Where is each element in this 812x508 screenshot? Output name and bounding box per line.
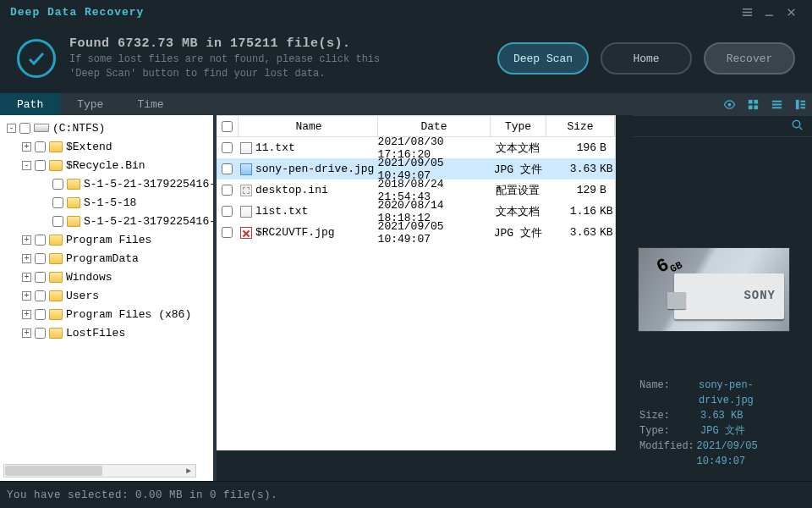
file-checkbox[interactable] bbox=[222, 227, 233, 238]
tree-horizontal-scrollbar[interactable]: ◄ ► bbox=[3, 464, 196, 478]
file-row[interactable]: desktop.ini2018/08/24 21:54:43配置设置129B bbox=[217, 179, 615, 201]
tree-row[interactable]: -$Recycle.Bin bbox=[3, 156, 213, 174]
file-date: 2021/08/30 17:16:20 bbox=[378, 137, 491, 158]
expand-icon[interactable]: + bbox=[22, 254, 31, 263]
tree-checkbox[interactable] bbox=[35, 160, 46, 171]
folder-icon bbox=[49, 160, 63, 171]
tree-row[interactable]: +Windows bbox=[3, 268, 213, 286]
file-name: sony-pen-drive.jpg bbox=[255, 163, 374, 175]
col-header-name[interactable]: Name bbox=[239, 116, 378, 136]
file-type-icon bbox=[240, 142, 252, 154]
file-size-unit: B bbox=[600, 179, 615, 201]
menu-icon[interactable] bbox=[736, 1, 758, 23]
file-size-unit: KB bbox=[600, 222, 615, 243]
collapse-icon[interactable]: - bbox=[22, 161, 31, 170]
scrollbar-thumb[interactable] bbox=[5, 466, 102, 476]
tree-pane: -(C:NTFS)+$Extend-$Recycle.BinS-1-5-21-3… bbox=[0, 115, 213, 481]
view-tabbar: Path Type Time bbox=[0, 93, 812, 115]
file-name: 11.txt bbox=[255, 141, 295, 154]
tree-row[interactable]: S-1-5-18 bbox=[3, 193, 213, 212]
tree-checkbox[interactable] bbox=[52, 216, 63, 227]
tree-checkbox[interactable] bbox=[52, 179, 63, 190]
tree-row[interactable]: +LostFiles bbox=[3, 323, 213, 342]
file-row[interactable]: $RC2UVTF.jpg2021/09/05 10:49:07JPG 文件3.6… bbox=[217, 222, 615, 243]
file-table-header: Name Date Type Size bbox=[217, 115, 615, 137]
folder-icon bbox=[49, 253, 63, 264]
tree-row[interactable]: -(C:NTFS) bbox=[3, 119, 213, 137]
tree-checkbox[interactable] bbox=[35, 235, 46, 246]
file-table: Name Date Type Size 11.txt2021/08/30 17:… bbox=[217, 115, 616, 450]
file-row[interactable]: 11.txt2021/08/30 17:16:20文本文档196B bbox=[217, 137, 615, 158]
tree-checkbox[interactable] bbox=[35, 290, 46, 301]
detail-key-size: Size: bbox=[639, 408, 700, 423]
file-name: list.txt bbox=[255, 205, 308, 218]
tree-checkbox[interactable] bbox=[35, 141, 46, 152]
recover-button[interactable]: Recover bbox=[704, 42, 795, 75]
tree-row[interactable]: S-1-5-21-3179225416-36 bbox=[3, 174, 213, 193]
tree-spacer bbox=[37, 215, 49, 227]
file-checkbox[interactable] bbox=[222, 206, 233, 217]
preview-toggle-icon[interactable] bbox=[717, 93, 741, 115]
collapse-icon[interactable]: - bbox=[7, 124, 16, 133]
tab-type[interactable]: Type bbox=[60, 93, 120, 115]
folder-icon bbox=[49, 141, 63, 152]
tree-row[interactable]: +$Extend bbox=[3, 137, 213, 156]
expand-icon[interactable]: + bbox=[22, 142, 31, 152]
file-checkbox[interactable] bbox=[222, 185, 233, 196]
tab-path[interactable]: Path bbox=[0, 93, 60, 115]
select-all-checkbox[interactable] bbox=[222, 121, 233, 132]
expand-icon[interactable]: + bbox=[22, 291, 31, 301]
tree-label: S-1-5-21-3179225416-36 bbox=[84, 178, 213, 190]
drive-icon bbox=[34, 124, 49, 132]
col-header-type[interactable]: Type bbox=[491, 116, 546, 136]
close-icon[interactable] bbox=[780, 1, 802, 23]
file-size: 3.63 bbox=[546, 158, 600, 179]
file-row[interactable]: sony-pen-drive.jpg2021/09/05 10:49:07JPG… bbox=[217, 158, 615, 179]
scan-summary-sub: If some lost files are not found, please… bbox=[69, 52, 486, 81]
folder-icon bbox=[67, 197, 80, 208]
deep-scan-button[interactable]: Deep Scan bbox=[497, 42, 589, 75]
file-pane: Name Date Type Size 11.txt2021/08/30 17:… bbox=[217, 115, 812, 481]
tab-time[interactable]: Time bbox=[120, 93, 180, 115]
check-badge-icon bbox=[17, 39, 56, 78]
file-checkbox[interactable] bbox=[222, 163, 233, 174]
tree-row[interactable]: +Users bbox=[3, 286, 213, 305]
file-size: 196 bbox=[546, 137, 600, 158]
folder-icon bbox=[67, 216, 80, 227]
minimize-icon[interactable] bbox=[758, 1, 780, 23]
tree-row[interactable]: +Program Files bbox=[3, 230, 213, 249]
col-header-size[interactable]: Size bbox=[546, 116, 615, 136]
expand-icon[interactable]: + bbox=[22, 329, 31, 338]
tree-checkbox[interactable] bbox=[35, 253, 46, 264]
file-type-icon bbox=[240, 163, 252, 175]
list-view-icon[interactable] bbox=[765, 93, 788, 115]
header: Found 6732.73 MB in 175211 file(s). If s… bbox=[0, 24, 812, 93]
folder-icon bbox=[49, 309, 63, 320]
file-type: 文本文档 bbox=[490, 201, 546, 222]
grid-view-icon[interactable] bbox=[741, 93, 765, 115]
file-size: 1.16 bbox=[546, 201, 600, 222]
tree-row[interactable]: S-1-5-21-3179225416-36 bbox=[3, 212, 213, 230]
tree-checkbox[interactable] bbox=[35, 309, 46, 320]
tree-row[interactable]: +Program Files (x86) bbox=[3, 305, 213, 323]
detail-view-icon[interactable] bbox=[788, 93, 812, 115]
file-row[interactable]: list.txt2020/08/14 18:18:12文本文档1.16KB bbox=[217, 201, 615, 222]
expand-icon[interactable]: + bbox=[22, 235, 31, 245]
tree-row[interactable]: +ProgramData bbox=[3, 249, 213, 268]
tree-checkbox[interactable] bbox=[35, 328, 46, 339]
expand-icon[interactable]: + bbox=[22, 273, 31, 282]
expand-icon[interactable]: + bbox=[22, 310, 31, 319]
tree-spacer bbox=[37, 196, 49, 208]
search-row bbox=[633, 115, 812, 137]
detail-val-type: JPG 文件 bbox=[700, 423, 745, 439]
scroll-right-arrow-icon[interactable]: ► bbox=[182, 465, 195, 477]
file-checkbox[interactable] bbox=[222, 142, 233, 153]
tree-checkbox[interactable] bbox=[52, 197, 63, 208]
tree-checkbox[interactable] bbox=[19, 123, 30, 134]
col-header-date[interactable]: Date bbox=[378, 116, 491, 136]
search-icon[interactable] bbox=[791, 119, 804, 135]
main-body: -(C:NTFS)+$Extend-$Recycle.BinS-1-5-21-3… bbox=[0, 115, 812, 481]
tree-checkbox[interactable] bbox=[35, 272, 46, 283]
file-type: JPG 文件 bbox=[490, 158, 546, 179]
home-button[interactable]: Home bbox=[601, 42, 692, 75]
